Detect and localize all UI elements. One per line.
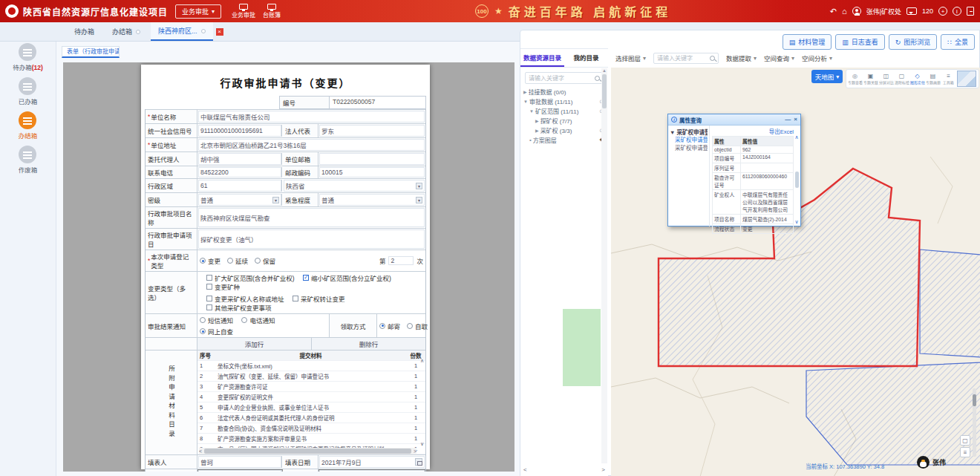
radio-mail[interactable]: 邮寄 [379,322,400,330]
scrollbar-thumb[interactable] [204,449,411,454]
material-row[interactable]: 1坐标文件(坐标.txt.xml)1 [197,361,425,371]
material-row[interactable]: 6法定代表人身份证明或其委托代理人的身份证明1 [197,413,425,423]
secret-dropdown-icon[interactable]: ▾ [272,197,279,203]
material-row[interactable]: 3矿产资源勘查许可证1 [197,382,425,392]
unit-name-field[interactable]: 中联煤层气有限责任公司 [198,111,425,123]
tab-shenfu-project[interactable]: 陕西神府区... [151,22,213,41]
tool-clear-draw[interactable]: ▢清除标绘 [894,73,909,85]
nav-item-business-approval[interactable]: 业务审批 [232,4,255,19]
material-row[interactable]: 7勘查合同(协议)、资金情况说明及证明材料1 [197,423,425,434]
tree-node-exploration-right[interactable]: 探矿权 (7/7) [520,116,608,125]
sidebar-item-finished[interactable]: 办结箱 [19,111,38,140]
tab-my-catalog[interactable]: 我的目录 [564,49,608,67]
sidebar-item-voided[interactable]: 作废箱 [19,146,38,174]
tree-node-linked-data[interactable]: 挂接数据 (0/0) [520,87,608,97]
checkbox-reduce-area[interactable]: 缩小矿区范围(含分立矿业权) [303,273,391,282]
tree-node-mining-right[interactable]: 采矿权 (3/3)⊙ [520,125,608,135]
tree-node-plan-layer[interactable]: 方案图层✦ [520,135,608,145]
logout-icon[interactable] [967,7,974,16]
spatial-query-menu[interactable]: 空间查询 [764,53,794,62]
radio-change[interactable]: 变更 [200,256,220,265]
radio-online[interactable]: 网上自查 [200,327,233,336]
list-box-icon[interactable]: ≡ [960,447,970,457]
nav-item-ledger[interactable]: 台账簿 [263,4,281,19]
credit-code-field[interactable]: 911100001000195691 [198,125,282,137]
tab-data-resource-catalog[interactable]: 数据资源目录 [520,49,564,67]
info-icon[interactable]: i [953,7,961,16]
map-canvas[interactable]: 天地图 ◎专题查看 ▣专题关联 ◫分屏对比 ▢清除标绘 ◇图形定位 ▤专题画册 … [611,68,980,476]
unit-email-field[interactable] [319,153,425,165]
chevron-down-icon[interactable] [523,100,528,104]
checkbox-transfer[interactable]: 采矿权转让变更 [293,294,345,303]
material-manage-button[interactable]: ▤材料管理 [783,34,832,50]
fill-date-field[interactable]: 2021年7月9日 [319,456,425,468]
secret-field[interactable]: 普通 ▾ [198,194,282,206]
serial-value[interactable]: T02220500057 [330,96,426,109]
tree-node-approval-data[interactable]: 审批数据 (11/11)⊙ [520,97,608,106]
catalog-search[interactable] [525,72,604,84]
accept-date-field[interactable]: 2022年5月9日 [319,470,425,472]
fullscreen-button[interactable]: ∷全景 [941,34,975,50]
qq-widget[interactable]: 张伟 [917,456,946,469]
calendar-icon[interactable] [415,458,422,466]
spatial-analysis-menu[interactable]: 空间分析 [802,53,832,62]
tool-graphic-locate[interactable]: ◇图形定位 [909,73,925,85]
tool-theme-view[interactable]: ◎专题查看 [847,73,863,85]
checkbox-change-mineral[interactable]: 变更矿种 [206,282,240,291]
qq-penguin-icon[interactable] [917,456,930,469]
filler-field[interactable]: 曾珂 [198,456,282,468]
checkbox-change-owner[interactable]: 变更采矿权人名称或地址 [206,294,284,303]
home-icon[interactable]: ⌂ [842,7,847,16]
search-icon[interactable] [710,56,715,61]
close-icon[interactable]: × [794,117,797,123]
radio-retain[interactable]: 保留 [255,256,275,265]
zip-field[interactable]: 100015 [319,167,425,177]
map-search-input[interactable] [657,55,710,62]
tab-done-box[interactable]: 办结箱 [105,23,148,40]
apply-item-field[interactable]: 探矿权变更（油气） [198,229,425,249]
chevron-right-icon[interactable] [535,118,539,123]
minimize-icon[interactable]: — [785,117,791,123]
material-row[interactable]: 4变更探矿权的证明文件1 [197,392,425,402]
basemap-button[interactable]: 天地图 [811,70,843,83]
region-dropdown-icon[interactable]: ▾ [416,183,422,189]
dialog-scrollbar[interactable] [794,134,800,225]
graphic-browse-button[interactable]: ↻图形浏览 [889,34,938,50]
overview-map-thumbnail[interactable] [957,71,976,87]
catalog-scrollbar[interactable] [601,68,607,463]
map-search[interactable] [653,53,719,64]
sidebar-item-handled[interactable]: 已办箱 [19,77,38,105]
map-zoom-slider[interactable] [973,388,976,457]
region-code-field[interactable]: 61 [198,180,282,192]
form-subtab[interactable]: 表单（行政审批申请... [62,46,120,58]
material-row[interactable]: 5申请人的企业营业执照、或事业单位法人证书1 [197,402,425,413]
materials-horizontal-scrollbar[interactable] [199,448,416,454]
project-name-field[interactable]: 陕西神府区块煤层气勘查 [198,208,425,227]
radio-phone[interactable]: 电话通知 [241,316,275,325]
module-dropdown[interactable]: 业务审批 [175,4,221,19]
sidebar-item-todo[interactable]: 待办箱(12) [13,43,43,71]
chevron-right-icon[interactable] [535,128,539,133]
times-field[interactable]: 2 [388,256,414,265]
checkbox-other[interactable]: 其他采矿权变更事项 [206,303,272,312]
export-excel-link[interactable]: 导出Excel [712,127,794,135]
acceptor-field[interactable]: 曾珂 [198,470,282,472]
scrollbar-thumb[interactable] [602,74,607,108]
urgency-field[interactable]: 普通 ▾ [319,194,425,206]
result-item-2[interactable]: 采矿权申请登记-2 [670,144,708,152]
layer-select-dropdown[interactable]: 选择图层 [615,53,646,62]
tool-toolbox[interactable]: ≡工具箱 [941,73,956,85]
log-view-button[interactable]: ▥日志查看 [835,34,885,50]
unit-addr-field[interactable]: 北京市朝阳区酒仙桥路乙21号3栋16层 [198,139,425,151]
tool-split-compare[interactable]: ◫分屏对比 [878,73,894,85]
scroll-right-icon[interactable]: > [601,466,605,475]
user-avatar[interactable] [852,7,861,16]
checkbox-expand-area[interactable]: 扩大矿区范围(含合并矿业权) [206,273,295,282]
plus-icon[interactable]: + [938,7,947,16]
radio-renew[interactable]: 延续 [227,256,248,265]
material-row[interactable]: 2油气探矿权（变更、延续、保留）申请登记书1 [197,371,425,382]
urgency-dropdown-icon[interactable]: ▾ [416,197,422,203]
catalog-search-input[interactable] [529,75,595,82]
legal-rep-field[interactable]: 罗东 [319,125,425,137]
materials-vertical-scrollbar[interactable] [419,358,425,447]
